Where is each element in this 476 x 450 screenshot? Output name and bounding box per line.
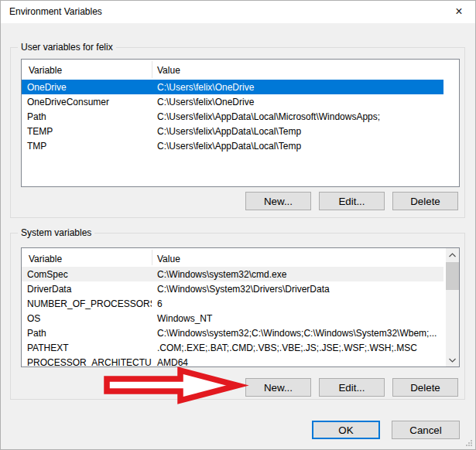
cell-variable: TMP	[22, 141, 152, 152]
cell-variable: OneDrive	[22, 82, 152, 93]
table-row[interactable]: PROCESSOR_ARCHITECTURE AMD64	[22, 355, 443, 367]
column-divider[interactable]	[152, 250, 152, 265]
table-header[interactable]: Variable Value	[22, 60, 459, 80]
column-header-value[interactable]: Value	[157, 254, 180, 264]
cell-value: Windows_NT	[152, 313, 443, 324]
system-variables-group-label: System variables	[18, 227, 94, 238]
cell-value: C:\Users\felix\AppData\Local\Temp	[152, 141, 443, 152]
table-row[interactable]: DriverData C:\Windows\System32\Drivers\D…	[22, 281, 443, 296]
resize-grip-icon[interactable]	[464, 438, 472, 446]
cell-value: C:\Users\felix\OneDrive	[152, 82, 443, 93]
vertical-scrollbar[interactable]	[446, 248, 459, 366]
cell-value: .COM;.EXE;.BAT;.CMD;.VBS;.VBE;.JS;.JSE;.…	[152, 343, 443, 353]
cell-value: C:\Windows\System32\Drivers\DriverData	[152, 284, 443, 295]
table-row[interactable]: PATHEXT .COM;.EXE;.BAT;.CMD;.VBS;.VBE;.J…	[22, 340, 443, 355]
system-new-button[interactable]: New...	[245, 378, 311, 397]
column-divider[interactable]	[152, 61, 152, 78]
cell-variable: Path	[22, 328, 152, 339]
user-variables-group: User variables for felix Variable Value …	[10, 47, 465, 218]
cell-variable: TEMP	[22, 126, 152, 137]
cell-variable: OS	[22, 313, 152, 324]
cancel-button[interactable]: Cancel	[392, 421, 460, 439]
cell-value: 6	[152, 298, 443, 309]
table-row[interactable]: OneDrive C:\Users\felix\OneDrive	[22, 80, 443, 94]
system-delete-button[interactable]: Delete	[392, 378, 458, 397]
cell-variable: DriverData	[22, 284, 152, 295]
cell-variable: Path	[22, 111, 152, 122]
cell-variable: NUMBER_OF_PROCESSORS	[22, 298, 152, 309]
system-variables-table[interactable]: Variable Value ComSpec C:\Windows\system…	[21, 247, 460, 367]
user-variables-group-label: User variables for felix	[18, 42, 116, 53]
column-header-variable[interactable]: Variable	[29, 254, 62, 264]
system-edit-button[interactable]: Edit...	[319, 378, 385, 397]
cell-value: C:\Users\felix\OneDrive	[152, 97, 443, 107]
column-header-variable[interactable]: Variable	[29, 65, 62, 76]
user-delete-button[interactable]: Delete	[392, 192, 458, 210]
table-row[interactable]: TMP C:\Users\felix\AppData\Local\Temp	[22, 138, 443, 153]
scrollbar-thumb[interactable]	[446, 262, 459, 290]
user-variables-table[interactable]: Variable Value OneDrive C:\Users\felix\O…	[21, 59, 460, 187]
cell-value: AMD64	[152, 357, 443, 368]
environment-variables-dialog: { "window": { "title": "Environment Vari…	[0, 0, 476, 450]
cell-value: C:\Windows\system32;C:\Windows;C:\Window…	[152, 328, 443, 339]
title-bar: Environment Variables ×	[1, 1, 475, 23]
user-edit-button[interactable]: Edit...	[319, 192, 385, 210]
column-header-value[interactable]: Value	[157, 65, 180, 76]
chevron-down-icon[interactable]	[446, 353, 459, 366]
cell-variable: PROCESSOR_ARCHITECTURE	[22, 357, 152, 368]
system-variables-group: System variables Variable Value ComSpec …	[10, 233, 465, 400]
cell-value: C:\Windows\system32\cmd.exe	[152, 269, 443, 280]
cell-value: C:\Users\felix\AppData\Local\Temp	[152, 126, 443, 137]
table-row[interactable]: ComSpec C:\Windows\system32\cmd.exe	[22, 267, 443, 281]
table-header[interactable]: Variable Value	[22, 248, 459, 267]
table-row[interactable]: NUMBER_OF_PROCESSORS 6	[22, 296, 443, 311]
table-row[interactable]: TEMP C:\Users\felix\AppData\Local\Temp	[22, 124, 443, 138]
cell-value: C:\Users\felix\AppData\Local\Microsoft\W…	[152, 111, 443, 122]
table-row[interactable]: OneDriveConsumer C:\Users\felix\OneDrive	[22, 94, 443, 109]
table-row[interactable]: Path C:\Users\felix\AppData\Local\Micros…	[22, 109, 443, 124]
table-row[interactable]: OS Windows_NT	[22, 311, 443, 326]
cell-variable: ComSpec	[22, 269, 152, 280]
ok-button[interactable]: OK	[312, 421, 380, 439]
window-title: Environment Variables	[9, 6, 102, 17]
cell-variable: PATHEXT	[22, 343, 152, 353]
table-row[interactable]: Path C:\Windows\system32;C:\Windows;C:\W…	[22, 326, 443, 340]
chevron-up-icon[interactable]	[446, 248, 459, 261]
close-icon[interactable]: ×	[447, 2, 471, 22]
cell-variable: OneDriveConsumer	[22, 97, 152, 107]
user-new-button[interactable]: New...	[245, 192, 311, 210]
